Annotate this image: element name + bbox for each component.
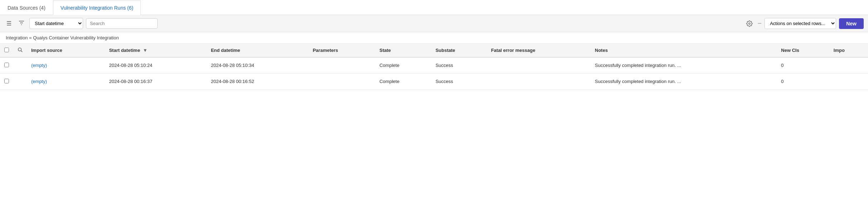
row-start-datetime: 2024-08-28 00:16:37 bbox=[105, 74, 206, 90]
table-header-row: Import source Start datetime ▼ End datet… bbox=[0, 44, 868, 57]
table-wrapper: Import source Start datetime ▼ End datet… bbox=[0, 44, 868, 90]
checkbox-header[interactable] bbox=[0, 44, 13, 57]
row-search-cell bbox=[13, 57, 27, 74]
row-start-datetime: 2024-08-28 05:10:24 bbox=[105, 57, 206, 74]
sort-desc-icon: ▼ bbox=[143, 48, 148, 53]
tab-vuln-runs[interactable]: Vulnerability Integration Runs (6) bbox=[53, 0, 141, 15]
row-checkbox-cell[interactable] bbox=[0, 74, 13, 90]
row-notes: Successfully completed integration run. … bbox=[591, 74, 777, 90]
tab-data-sources[interactable]: Data Sources (4) bbox=[0, 0, 53, 15]
col-header-parameters[interactable]: Parameters bbox=[308, 44, 375, 57]
col-header-import-source[interactable]: Import source bbox=[27, 44, 105, 57]
filter-button[interactable] bbox=[16, 19, 27, 29]
settings-button[interactable] bbox=[744, 19, 755, 28]
row-import-source[interactable]: (empty) bbox=[27, 74, 105, 90]
row-parameters bbox=[308, 57, 375, 74]
hamburger-button[interactable]: ☰ bbox=[4, 19, 14, 28]
search-icon bbox=[18, 47, 23, 52]
filter-bar: Integration = Qualys Container Vulnerabi… bbox=[0, 32, 868, 44]
search-input[interactable] bbox=[86, 18, 158, 29]
col-header-state[interactable]: State bbox=[375, 44, 431, 57]
search-col-header bbox=[13, 44, 27, 57]
svg-point-0 bbox=[748, 23, 750, 24]
row-fatal-error bbox=[487, 74, 591, 90]
row-parameters bbox=[308, 74, 375, 90]
filter-icon bbox=[19, 20, 24, 27]
table-row: (empty) 2024-08-28 00:16:37 2024-08-28 0… bbox=[0, 74, 868, 90]
toolbar: ☰ Start datetime End datetime State Subs… bbox=[0, 15, 868, 32]
row-end-datetime: 2024-08-28 00:16:52 bbox=[207, 74, 308, 90]
row-state: Complete bbox=[375, 74, 431, 90]
row-substate: Success bbox=[431, 57, 487, 74]
col-header-fatal-error[interactable]: Fatal error message bbox=[487, 44, 591, 57]
gear-icon bbox=[746, 20, 753, 27]
col-header-substate[interactable]: Substate bbox=[431, 44, 487, 57]
toolbar-left: ☰ Start datetime End datetime State Subs… bbox=[4, 18, 741, 29]
col-header-start-datetime[interactable]: Start datetime ▼ bbox=[105, 44, 206, 57]
filter-field-select[interactable]: Start datetime End datetime State Substa… bbox=[29, 18, 83, 29]
row-fatal-error bbox=[487, 57, 591, 74]
row-notes: Successfully completed integration run. … bbox=[591, 57, 777, 74]
row-checkbox[interactable] bbox=[4, 63, 9, 67]
tabs-bar: Data Sources (4) Vulnerability Integrati… bbox=[0, 0, 868, 15]
col-header-impo[interactable]: Impo bbox=[829, 44, 868, 57]
new-button[interactable]: New bbox=[839, 18, 864, 29]
svg-point-1 bbox=[18, 48, 21, 51]
row-checkbox-cell[interactable] bbox=[0, 57, 13, 74]
select-all-checkbox[interactable] bbox=[4, 48, 9, 52]
row-impo bbox=[829, 57, 868, 74]
row-state: Complete bbox=[375, 57, 431, 74]
row-impo bbox=[829, 74, 868, 90]
row-search-cell bbox=[13, 74, 27, 90]
toolbar-separator: − bbox=[758, 19, 762, 28]
toolbar-right: − Actions on selected rows... New bbox=[744, 18, 864, 29]
row-substate: Success bbox=[431, 74, 487, 90]
row-new-cis: 0 bbox=[777, 74, 829, 90]
row-new-cis: 0 bbox=[777, 57, 829, 74]
row-checkbox[interactable] bbox=[4, 79, 9, 83]
actions-select[interactable]: Actions on selected rows... bbox=[764, 18, 836, 29]
col-header-notes[interactable]: Notes bbox=[591, 44, 777, 57]
filter-bar-text: Integration = Qualys Container Vulnerabi… bbox=[6, 35, 119, 40]
row-import-source[interactable]: (empty) bbox=[27, 57, 105, 74]
col-header-new-cis[interactable]: New CIs bbox=[777, 44, 829, 57]
row-end-datetime: 2024-08-28 05:10:34 bbox=[207, 57, 308, 74]
runs-table: Import source Start datetime ▼ End datet… bbox=[0, 44, 868, 90]
hamburger-icon: ☰ bbox=[6, 20, 11, 27]
col-header-end-datetime[interactable]: End datetime bbox=[207, 44, 308, 57]
table-row: (empty) 2024-08-28 05:10:24 2024-08-28 0… bbox=[0, 57, 868, 74]
svg-line-2 bbox=[21, 51, 23, 52]
